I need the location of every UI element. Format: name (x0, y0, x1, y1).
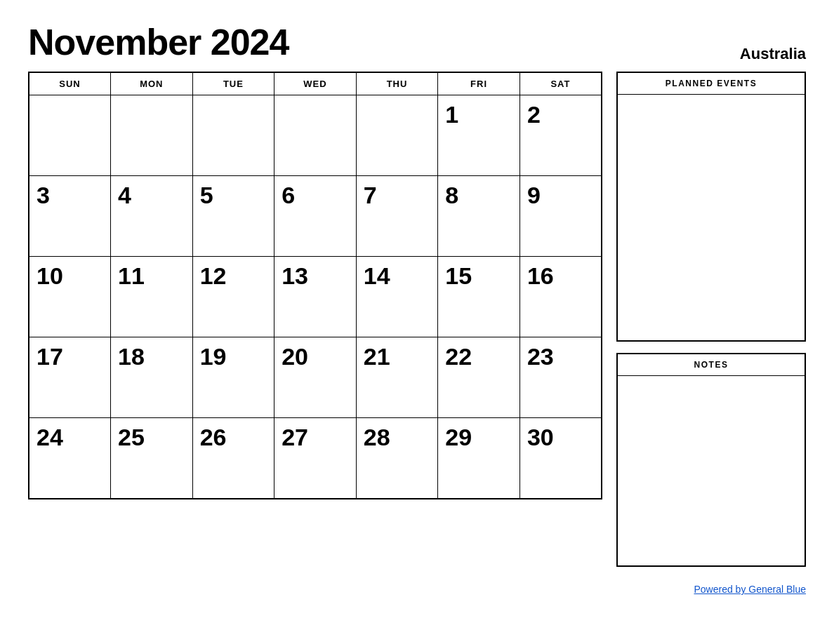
calendar-day-cell: 12 (192, 257, 274, 337)
calendar-week-row: 12 (29, 95, 602, 176)
calendar-header: SUN MON TUE WED THU FRI SAT (29, 72, 602, 95)
calendar-day-cell: 16 (519, 257, 602, 337)
calendar-day-cell: 25 (111, 418, 193, 499)
main-layout: SUN MON TUE WED THU FRI SAT 123456789101… (28, 72, 806, 595)
day-mon: MON (111, 72, 193, 95)
calendar-day-cell: 29 (438, 418, 520, 499)
calendar-day-cell: 2 (519, 95, 602, 176)
planned-events-body (618, 95, 805, 340)
calendar-day-cell: 21 (356, 337, 438, 418)
calendar-day-cell: 10 (29, 257, 111, 337)
calendar-day-cell: 1 (438, 95, 520, 176)
calendar-day-cell: 9 (519, 176, 602, 257)
calendar-day-cell (274, 95, 357, 176)
calendar-day-cell (29, 95, 111, 176)
calendar-day-cell: 18 (111, 337, 193, 418)
calendar-day-cell: 6 (274, 176, 357, 257)
calendar-day-cell: 19 (192, 337, 274, 418)
day-sat: SAT (519, 72, 602, 95)
calendar-day-cell: 3 (29, 176, 111, 257)
calendar-day-cell: 13 (274, 257, 357, 337)
footer: Powered by General Blue (616, 584, 806, 595)
notes-header: NOTES (618, 354, 805, 376)
planned-events-header: PLANNED EVENTS (618, 73, 805, 95)
calendar-day-cell: 17 (29, 337, 111, 418)
day-fri: FRI (438, 72, 520, 95)
calendar-body: 1234567891011121314151617181920212223242… (29, 95, 602, 499)
calendar-day-cell: 22 (438, 337, 520, 418)
powered-by-link[interactable]: Powered by General Blue (694, 584, 806, 595)
calendar-week-row: 17181920212223 (29, 337, 602, 418)
calendar-table: SUN MON TUE WED THU FRI SAT 123456789101… (28, 72, 602, 499)
calendar-week-row: 10111213141516 (29, 257, 602, 337)
calendar-day-cell: 28 (356, 418, 438, 499)
month-title: November 2024 (28, 21, 289, 63)
calendar-day-cell: 14 (356, 257, 438, 337)
day-sun: SUN (29, 72, 111, 95)
country-title: Australia (740, 45, 806, 63)
days-of-week-row: SUN MON TUE WED THU FRI SAT (29, 72, 602, 95)
calendar-day-cell: 20 (274, 337, 357, 418)
calendar-section: SUN MON TUE WED THU FRI SAT 123456789101… (28, 72, 602, 499)
page-header: November 2024 Australia (28, 21, 806, 63)
calendar-day-cell: 26 (192, 418, 274, 499)
day-thu: THU (356, 72, 438, 95)
calendar-day-cell: 27 (274, 418, 357, 499)
calendar-week-row: 24252627282930 (29, 418, 602, 499)
sidebar: PLANNED EVENTS NOTES Powered by General … (616, 72, 806, 595)
calendar-day-cell: 15 (438, 257, 520, 337)
calendar-day-cell (111, 95, 193, 176)
calendar-week-row: 3456789 (29, 176, 602, 257)
calendar-day-cell (192, 95, 274, 176)
calendar-day-cell: 11 (111, 257, 193, 337)
calendar-day-cell: 8 (438, 176, 520, 257)
calendar-day-cell: 5 (192, 176, 274, 257)
calendar-day-cell: 7 (356, 176, 438, 257)
calendar-day-cell: 23 (519, 337, 602, 418)
calendar-day-cell: 30 (519, 418, 602, 499)
calendar-day-cell: 24 (29, 418, 111, 499)
notes-box: NOTES (616, 353, 806, 567)
notes-body (618, 376, 805, 565)
calendar-day-cell: 4 (111, 176, 193, 257)
planned-events-box: PLANNED EVENTS (616, 72, 806, 342)
day-wed: WED (274, 72, 357, 95)
calendar-day-cell (356, 95, 438, 176)
day-tue: TUE (192, 72, 274, 95)
